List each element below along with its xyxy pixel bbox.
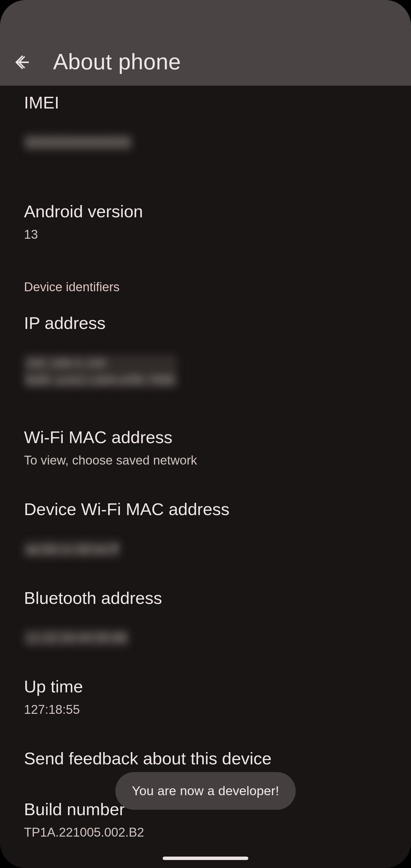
item-ip-address[interactable]: IP address 192.168.0.100 fe80::a1b2:c3d4… (24, 297, 387, 403)
item-android-version[interactable]: Android version 13 (24, 185, 387, 257)
item-bluetooth-address[interactable]: Bluetooth address 11:22:33:44:55:66 (24, 572, 387, 661)
settings-list[interactable]: IMEI 000000000000000 Android version 13 … (0, 86, 411, 855)
item-title: Bluetooth address (24, 588, 387, 609)
item-value: 192.168.0.100 fe80::a1b2:c3d4:e5f6:7890 (24, 338, 387, 388)
redacted-value: 192.168.0.100 fe80::a1b2:c3d4:e5f6:7890 (24, 354, 177, 389)
item-title: IP address (24, 313, 387, 334)
redacted-value: aa:bb:cc:dd:ee:ff (24, 540, 120, 557)
gesture-nav-pill[interactable] (163, 857, 248, 860)
item-value: TP1A.221005.002.B2 (24, 824, 387, 841)
item-value: 11:22:33:44:55:66 (24, 613, 387, 646)
item-title: Up time (24, 676, 387, 697)
item-title: Wi-Fi MAC address (24, 427, 387, 448)
item-value: 000000000000000 (24, 117, 387, 151)
arrow-left-icon (14, 54, 30, 70)
item-device-wifi-mac[interactable]: Device Wi-Fi MAC address aa:bb:cc:dd:ee:… (24, 483, 387, 572)
item-imei[interactable]: IMEI 000000000000000 (24, 86, 387, 165)
toast: You are now a developer! (115, 772, 296, 810)
page-title: About phone (53, 49, 181, 75)
item-value: To view, choose saved network (24, 452, 387, 469)
item-uptime[interactable]: Up time 127:18:55 (24, 660, 387, 732)
item-title: Send feedback about this device (24, 748, 387, 769)
redacted-value: 000000000000000 (24, 134, 132, 151)
item-value: 13 (24, 226, 387, 243)
item-value: aa:bb:cc:dd:ee:ff (24, 524, 387, 558)
section-header-device-identifiers: Device identifiers (24, 257, 387, 297)
back-button[interactable] (8, 49, 36, 76)
app-bar: About phone (0, 0, 411, 86)
item-wifi-mac[interactable]: Wi-Fi MAC address To view, choose saved … (24, 411, 387, 483)
item-title: Android version (24, 201, 387, 222)
item-title: Device Wi-Fi MAC address (24, 499, 387, 520)
item-title: IMEI (24, 93, 387, 113)
redacted-value: 11:22:33:44:55:66 (24, 629, 129, 646)
item-value: 127:18:55 (24, 701, 387, 718)
toast-text: You are now a developer! (132, 783, 279, 798)
